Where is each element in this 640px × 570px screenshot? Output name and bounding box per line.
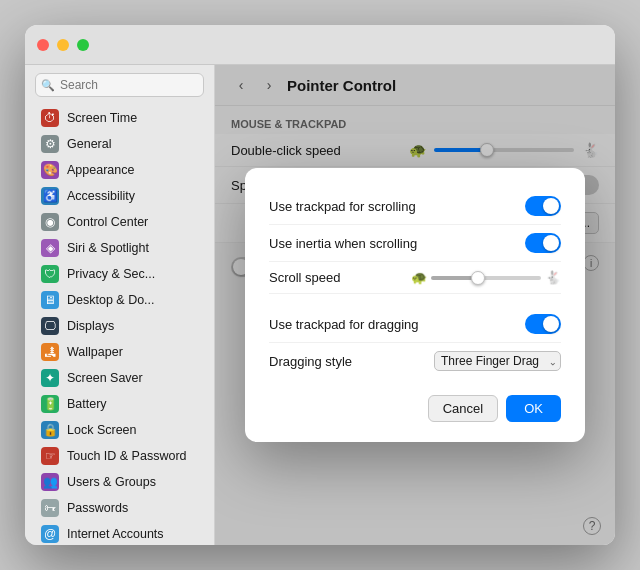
scroll-speed-slider[interactable] [431, 276, 541, 280]
appearance-icon: 🎨 [41, 161, 59, 179]
sidebar-item-label: Accessibility [67, 189, 135, 203]
sidebar-item-siri[interactable]: ◈ Siri & Spotlight [29, 235, 210, 261]
sidebar-item-screentime[interactable]: ⏱ Screen Time [29, 105, 210, 131]
sidebar-item-label: Screen Time [67, 111, 137, 125]
modal-row-scrollspeed: Scroll speed 🐢 🐇 [269, 262, 561, 294]
sidebar-item-label: Battery [67, 397, 107, 411]
controlcenter-icon: ◉ [41, 213, 59, 231]
sidebar-item-privacy[interactable]: 🛡 Privacy & Sec... [29, 261, 210, 287]
modal-row-inertia: Use inertia when scrolling [269, 225, 561, 262]
sidebar-item-touchid[interactable]: ☞ Touch ID & Password [29, 443, 210, 469]
sidebar: 🔍 ⏱ Screen Time ⚙ General 🎨 Appearance ♿… [25, 65, 215, 545]
cancel-button[interactable]: Cancel [428, 395, 498, 422]
search-box[interactable]: 🔍 [35, 73, 204, 97]
search-input[interactable] [35, 73, 204, 97]
trackpad-modal: Use trackpad for scrolling Use inertia w… [245, 168, 585, 442]
siri-icon: ◈ [41, 239, 59, 257]
desktop-icon: 🖥 [41, 291, 59, 309]
modal-footer: Cancel OK [269, 395, 561, 422]
modal-row-draggingstyle: Dragging style Three Finger Drag With Dr… [269, 343, 561, 379]
modal-row-label: Use trackpad for dragging [269, 317, 419, 332]
general-icon: ⚙ [41, 135, 59, 153]
sidebar-item-screensaver[interactable]: ✦ Screen Saver [29, 365, 210, 391]
modal-overlay: Use trackpad for scrolling Use inertia w… [215, 65, 615, 545]
window-content: 🔍 ⏱ Screen Time ⚙ General 🎨 Appearance ♿… [25, 65, 615, 545]
sidebar-item-label: Screen Saver [67, 371, 143, 385]
sidebar-item-desktop[interactable]: 🖥 Desktop & Do... [29, 287, 210, 313]
sidebar-item-accessibility[interactable]: ♿ Accessibility [29, 183, 210, 209]
slider-thumb [471, 271, 485, 285]
scroll-speed-control: 🐢 🐇 [411, 270, 561, 285]
use-trackpad-drag-toggle[interactable] [525, 314, 561, 334]
maximize-button[interactable] [77, 39, 89, 51]
sidebar-item-general[interactable]: ⚙ General [29, 131, 210, 157]
sidebar-item-label: Users & Groups [67, 475, 156, 489]
sidebar-item-label: Internet Accounts [67, 527, 164, 541]
modal-row-scrolling: Use trackpad for scrolling [269, 188, 561, 225]
use-trackpad-scroll-toggle[interactable] [525, 196, 561, 216]
traffic-lights [37, 39, 89, 51]
dragging-style-select-wrapper: Three Finger Drag With Drag Lock Without… [434, 351, 561, 371]
scroll-slow-icon: 🐢 [411, 270, 427, 285]
sidebar-item-internet[interactable]: @ Internet Accounts [29, 521, 210, 545]
use-inertia-toggle[interactable] [525, 233, 561, 253]
users-icon: 👥 [41, 473, 59, 491]
lockscreen-icon: 🔒 [41, 421, 59, 439]
ok-button[interactable]: OK [506, 395, 561, 422]
privacy-icon: 🛡 [41, 265, 59, 283]
search-icon: 🔍 [41, 79, 55, 92]
touchid-icon: ☞ [41, 447, 59, 465]
section-divider [269, 294, 561, 306]
main-panel: ‹ › Pointer Control Mouse & Trackpad Dou… [215, 65, 615, 545]
minimize-button[interactable] [57, 39, 69, 51]
sidebar-item-label: Lock Screen [67, 423, 136, 437]
sidebar-item-label: Control Center [67, 215, 148, 229]
sidebar-item-wallpaper[interactable]: 🏞 Wallpaper [29, 339, 210, 365]
displays-icon: 🖵 [41, 317, 59, 335]
modal-row-dragging: Use trackpad for dragging [269, 306, 561, 343]
main-window: 🔍 ⏱ Screen Time ⚙ General 🎨 Appearance ♿… [25, 25, 615, 545]
sidebar-item-label: Desktop & Do... [67, 293, 155, 307]
modal-row-label: Use trackpad for scrolling [269, 199, 416, 214]
passwords-icon: 🗝 [41, 499, 59, 517]
sidebar-item-label: Privacy & Sec... [67, 267, 155, 281]
internet-icon: @ [41, 525, 59, 543]
modal-row-label: Dragging style [269, 354, 352, 369]
sidebar-item-label: Passwords [67, 501, 128, 515]
screentime-icon: ⏱ [41, 109, 59, 127]
modal-row-label: Scroll speed [269, 270, 341, 285]
close-button[interactable] [37, 39, 49, 51]
sidebar-item-label: Displays [67, 319, 114, 333]
sidebar-item-label: Wallpaper [67, 345, 123, 359]
sidebar-item-lockscreen[interactable]: 🔒 Lock Screen [29, 417, 210, 443]
sidebar-item-label: Touch ID & Password [67, 449, 187, 463]
sidebar-item-passwords[interactable]: 🗝 Passwords [29, 495, 210, 521]
sidebar-item-appearance[interactable]: 🎨 Appearance [29, 157, 210, 183]
dragging-style-select[interactable]: Three Finger Drag With Drag Lock Without… [434, 351, 561, 371]
battery-icon: 🔋 [41, 395, 59, 413]
modal-row-label: Use inertia when scrolling [269, 236, 417, 251]
sidebar-item-users[interactable]: 👥 Users & Groups [29, 469, 210, 495]
scroll-fast-icon: 🐇 [545, 270, 561, 285]
accessibility-icon: ♿ [41, 187, 59, 205]
sidebar-item-controlcenter[interactable]: ◉ Control Center [29, 209, 210, 235]
wallpaper-icon: 🏞 [41, 343, 59, 361]
sidebar-item-displays[interactable]: 🖵 Displays [29, 313, 210, 339]
sidebar-item-label: Siri & Spotlight [67, 241, 149, 255]
sidebar-item-battery[interactable]: 🔋 Battery [29, 391, 210, 417]
sidebar-item-label: General [67, 137, 111, 151]
sidebar-item-label: Appearance [67, 163, 134, 177]
titlebar [25, 25, 615, 65]
screensaver-icon: ✦ [41, 369, 59, 387]
